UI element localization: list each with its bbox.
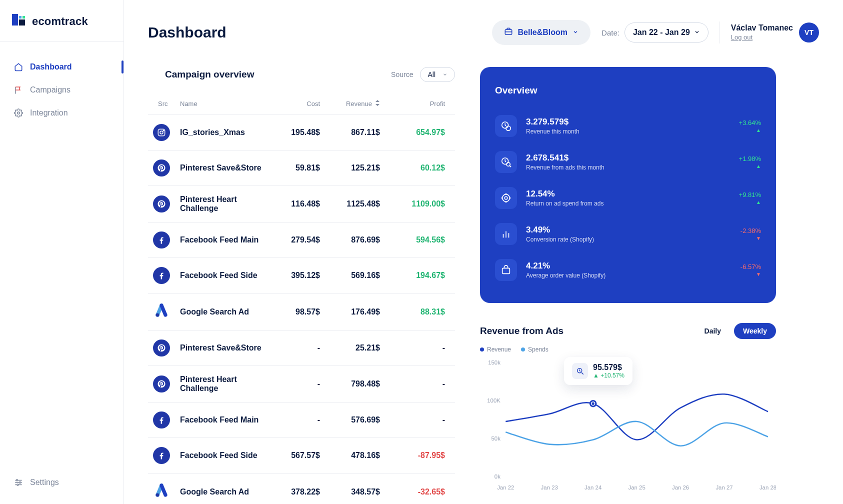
metric-value: 3.49% [526, 225, 732, 235]
svg-rect-34 [502, 268, 510, 274]
pinterest-icon [153, 340, 170, 356]
divider [720, 22, 720, 44]
table-row[interactable]: Facebook Feed Main - 576.69$ - [148, 402, 455, 438]
revenue-cell: 348.57$ [330, 488, 390, 496]
logo: ecomtrack [0, 0, 124, 42]
table-row[interactable]: Google Search Ad 378.22$ 348.57$ -32.65$ [148, 473, 455, 504]
table-row[interactable]: Facebook Feed Main 279.54$ 876.69$ 594.5… [148, 222, 455, 258]
logo-icon [12, 14, 27, 29]
sidebar-settings[interactable]: Settings [0, 469, 124, 504]
cost-cell: - [275, 380, 330, 388]
metric-value: 2.678.541$ [526, 153, 730, 163]
profit-cell: 594.56$ [390, 236, 455, 244]
chevron-down-icon [572, 28, 578, 37]
sidebar-item-campaigns[interactable]: Campaigns [0, 78, 124, 102]
facebook-icon [153, 267, 170, 284]
table-row[interactable]: Pinterest Heart Challenge - 798.48$ - [148, 366, 455, 402]
tooltip-change: ▲ +10.57% [593, 372, 624, 379]
svg-point-18 [156, 313, 159, 316]
svg-point-4 [18, 112, 20, 114]
clock-search-icon [495, 151, 517, 173]
revenue-chart-card: Revenue from Ads Daily Weekly Revenue Sp… [480, 323, 776, 499]
sidebar: ecomtrack Dashboard Campaigns Integratio… [0, 0, 124, 504]
profit-cell: 60.12$ [390, 164, 455, 172]
table-row[interactable]: IG_stories_Xmas 195.48$ 867.11$ 654.97$ [148, 114, 455, 150]
pinterest-icon [153, 196, 170, 212]
table-row[interactable]: Facebook Feed Side 567.57$ 478.16$ -87.9… [148, 438, 455, 473]
svg-line-50 [582, 372, 583, 374]
campaign-name: Google Search Ad [180, 308, 275, 316]
clock-search-icon [572, 363, 588, 379]
bag-icon [495, 259, 517, 281]
svg-text:50k: 50k [492, 436, 501, 442]
table-row[interactable]: Google Search Ad 98.57$ 176.49$ 88.31$ [148, 293, 455, 330]
sidebar-item-integration[interactable]: Integration [0, 102, 124, 124]
cost-cell: 395.12$ [275, 271, 330, 280]
th-revenue[interactable]: Revenue [330, 100, 390, 108]
metric-sub: Average order value (Shopify) [526, 272, 732, 279]
avatar[interactable]: VT [799, 22, 819, 42]
profit-cell: -87.95$ [390, 451, 455, 460]
svg-point-25 [502, 194, 510, 202]
logout-link[interactable]: Log out [731, 34, 752, 41]
table-row[interactable]: Pinterest Save&Store - 25.21$ - [148, 330, 455, 366]
metric-row: 3.49% Conversion rate (Shopify) -2.38%▼ [495, 216, 761, 252]
svg-point-16 [160, 131, 163, 134]
header: Dashboard Belle&Bloom Date: Jan 22 - Jan… [124, 0, 843, 57]
campaign-name: Facebook Feed Side [180, 451, 275, 460]
svg-marker-14 [376, 104, 380, 106]
table-row[interactable]: Facebook Feed Side 395.12$ 569.16$ 194.6… [148, 258, 455, 293]
cost-cell: 116.48$ [275, 200, 330, 208]
campaign-overview-title: Campaign overview [165, 69, 254, 80]
svg-text:0k: 0k [494, 474, 500, 480]
store-selector[interactable]: Belle&Bloom [492, 20, 591, 45]
revenue-cell: 876.69$ [330, 236, 390, 244]
table-row[interactable]: Pinterest Heart Challenge 116.48$ 1125.4… [148, 186, 455, 222]
profit-cell: 194.67$ [390, 271, 455, 280]
date-label: Date: [602, 28, 620, 37]
svg-point-10 [17, 484, 18, 486]
svg-text:Jan 26: Jan 26 [672, 484, 689, 490]
metric-sub: Revenue from ads this month [526, 164, 730, 171]
overview-card: Overview 3.279.579$ Revenue this month +… [480, 67, 776, 303]
store-name: Belle&Bloom [518, 28, 568, 37]
profit-cell: 654.97$ [390, 128, 455, 137]
user-block: Václav Tomanec Log out VT [731, 22, 819, 42]
chevron-down-icon [442, 70, 448, 78]
svg-line-24 [510, 166, 511, 167]
metric-sub: Return on ad spend from ads [526, 200, 730, 207]
campaign-name: Pinterest Save&Store [180, 344, 275, 352]
toggle-weekly[interactable]: Weekly [734, 323, 776, 339]
metric-change: +3.64%▲ [739, 119, 761, 133]
gear-icon [14, 108, 23, 118]
profit-cell: 1109.00$ [390, 200, 455, 208]
revenue-cell: 867.11$ [330, 128, 390, 137]
profit-cell: -32.65$ [390, 488, 455, 496]
toggle-daily[interactable]: Daily [696, 323, 730, 339]
profit-cell: - [390, 380, 455, 388]
source-value: All [428, 70, 436, 78]
date-range-selector[interactable]: Jan 22 - Jan 29 [624, 22, 708, 42]
metric-change: -2.38%▼ [740, 227, 761, 241]
legend-spends: Spends [521, 346, 548, 353]
sort-icon [375, 100, 380, 108]
svg-text:Jan 28: Jan 28 [760, 484, 776, 490]
sidebar-item-dashboard[interactable]: Dashboard [0, 56, 124, 78]
svg-point-8 [16, 480, 18, 481]
svg-text:Jan 25: Jan 25 [628, 484, 646, 490]
logo-text: ecomtrack [32, 15, 88, 28]
campaign-name: Facebook Feed Main [180, 236, 275, 244]
th-name: Name [180, 100, 275, 108]
facebook-icon [153, 447, 170, 464]
source-filter[interactable]: All [420, 67, 455, 82]
campaign-name: Facebook Feed Side [180, 271, 275, 280]
svg-text:Jan 24: Jan 24 [584, 484, 602, 490]
facebook-icon [153, 412, 170, 428]
table-row[interactable]: Pinterest Save&Store 59.81$ 125.21$ 60.1… [148, 150, 455, 186]
revenue-cell: 569.16$ [330, 271, 390, 280]
metric-row: 3.279.579$ Revenue this month +3.64%▲ [495, 108, 761, 144]
cost-cell: 59.81$ [275, 164, 330, 172]
pinterest-icon [153, 376, 170, 392]
svg-rect-2 [22, 16, 25, 18]
metric-change: +1.98%▲ [739, 155, 761, 169]
